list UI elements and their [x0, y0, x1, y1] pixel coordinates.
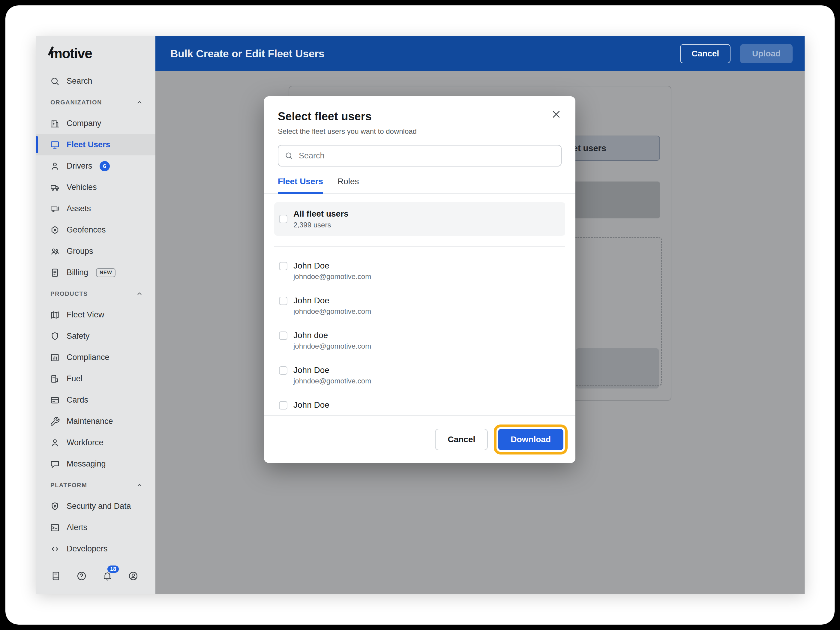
people-icon	[50, 246, 60, 256]
geofence-icon	[50, 225, 60, 235]
sidebar-item-alerts[interactable]: Alerts	[36, 517, 155, 538]
chevron-up-icon	[136, 290, 144, 298]
help-icon[interactable]	[76, 571, 87, 581]
sidebar-item-security-and-data[interactable]: Security and Data	[36, 496, 155, 517]
user-name: John Doe	[294, 365, 371, 376]
sidebar-item-messaging[interactable]: Messaging	[36, 453, 155, 475]
worker-icon	[50, 438, 60, 448]
all-fleet-users-row[interactable]: All fleet users 2,399 users	[274, 202, 565, 236]
close-icon[interactable]	[551, 109, 562, 120]
fleet-users-list: All fleet users 2,399 users John Doe joh…	[264, 194, 575, 415]
sidebar-item-compliance[interactable]: Compliance	[36, 347, 155, 368]
user-email: johndoe@gomotive.com	[294, 306, 371, 316]
sidebar-search-label: Search	[66, 76, 92, 86]
app-window: motive Search ORGANIZATION Company Fleet	[36, 36, 805, 594]
all-fleet-users-label: All fleet users	[294, 209, 349, 219]
user-name: John doe	[294, 330, 371, 341]
fleet-user-row[interactable]: John doe johndoe@gomotive.com	[274, 330, 565, 365]
sidebar-item-fleet-users[interactable]: Fleet Users	[36, 134, 155, 155]
account-icon[interactable]	[128, 571, 139, 581]
all-fleet-users-count: 2,399 users	[294, 221, 349, 229]
dialog-header: Select fleet users Select the fleet user…	[264, 96, 575, 136]
sidebar-search[interactable]: Search	[36, 71, 155, 92]
dialog-footer: Cancel Download	[264, 415, 575, 463]
sidebar-item-drivers[interactable]: Drivers 6	[36, 155, 155, 177]
bell-icon[interactable]: 18	[102, 571, 113, 581]
screen-canvas: motive Search ORGANIZATION Company Fleet	[5, 5, 835, 625]
user-name: John Doe	[294, 399, 329, 411]
monitor-icon	[50, 140, 60, 150]
sidebar-item-safety[interactable]: Safety	[36, 325, 155, 347]
checkbox[interactable]	[279, 332, 287, 340]
page-header: Bulk Create or Edit Fleet Users Cancel U…	[155, 36, 805, 71]
section-products-header[interactable]: PRODUCTS	[36, 283, 155, 304]
sidebar-footer: 18	[36, 560, 155, 594]
sidebar-item-assets[interactable]: Assets	[36, 198, 155, 219]
dialog-search-box[interactable]	[278, 145, 562, 166]
wrench-icon	[50, 417, 60, 426]
checkbox[interactable]	[279, 401, 287, 409]
dialog-subtitle: Select the fleet users you want to downl…	[278, 127, 562, 136]
drivers-count-badge: 6	[99, 161, 110, 171]
checkbox[interactable]	[279, 297, 287, 305]
user-email: johndoe@gomotive.com	[294, 341, 371, 351]
user-email: johndoe@gomotive.com	[294, 376, 371, 386]
user-name: John Doe	[294, 261, 371, 271]
list-divider	[274, 246, 565, 246]
fuel-pump-icon	[50, 374, 60, 384]
new-badge: NEW	[96, 268, 115, 277]
credit-card-icon	[50, 395, 60, 405]
user-name: John Doe	[294, 295, 371, 306]
dialog-title: Select fleet users	[278, 109, 562, 123]
download-button[interactable]: Download	[498, 429, 564, 450]
fleet-user-row[interactable]: John Doe johndoe@gomotive.com	[274, 365, 565, 399]
section-platform-header[interactable]: PLATFORM	[36, 475, 155, 496]
chevron-up-icon	[136, 98, 144, 106]
trailer-icon	[50, 204, 60, 214]
search-input[interactable]	[298, 151, 555, 161]
dialog-cancel-button[interactable]: Cancel	[435, 429, 488, 450]
checkbox[interactable]	[279, 215, 287, 223]
chat-icon	[50, 459, 60, 469]
fleet-user-row[interactable]: John Doe johndoe@gomotive.com	[274, 295, 565, 330]
security-shield-icon	[50, 501, 60, 512]
checkbox[interactable]	[279, 262, 287, 270]
focus-ring: Download	[494, 425, 568, 455]
checkbox[interactable]	[279, 366, 287, 375]
user-email: johndoe@gomotive.com	[294, 272, 371, 281]
truck-icon	[50, 182, 60, 193]
chevron-up-icon	[136, 481, 144, 489]
sidebar-item-cards[interactable]: Cards	[36, 389, 155, 411]
fleet-user-row[interactable]: John Doe johndoe@gomotive.com	[274, 261, 565, 295]
sidebar: motive Search ORGANIZATION Company Fleet	[36, 36, 155, 594]
search-icon	[50, 76, 60, 87]
logbook-icon[interactable]	[51, 571, 61, 581]
sidebar-item-developers[interactable]: Developers	[36, 538, 155, 559]
sidebar-nav: Search ORGANIZATION Company Fleet Users	[36, 71, 155, 560]
console-icon	[50, 523, 60, 533]
sidebar-item-fleet-view[interactable]: Fleet View	[36, 304, 155, 325]
sidebar-item-groups[interactable]: Groups	[36, 241, 155, 262]
sidebar-item-geofences[interactable]: Geofences	[36, 219, 155, 241]
billing-icon	[50, 268, 60, 278]
select-fleet-users-dialog: Select fleet users Select the fleet user…	[264, 96, 575, 463]
sidebar-item-billing[interactable]: Billing NEW	[36, 262, 155, 283]
sidebar-item-workforce[interactable]: Workforce	[36, 432, 155, 453]
search-icon	[284, 151, 294, 160]
page-title: Bulk Create or Edit Fleet Users	[171, 48, 680, 60]
fleet-user-row-partial[interactable]: John Doe	[274, 399, 565, 415]
dialog-tabs: Fleet Users Roles	[264, 177, 575, 194]
tab-fleet-users[interactable]: Fleet Users	[278, 177, 323, 194]
tab-roles[interactable]: Roles	[338, 177, 359, 194]
sidebar-item-company[interactable]: Company	[36, 113, 155, 134]
person-icon	[50, 161, 60, 171]
header-upload-button[interactable]: Upload	[740, 44, 793, 63]
header-cancel-button[interactable]: Cancel	[680, 44, 731, 63]
section-organization-header[interactable]: ORGANIZATION	[36, 92, 155, 113]
notification-count-badge: 18	[107, 565, 119, 573]
motive-logo[interactable]: motive	[50, 45, 92, 62]
sidebar-item-vehicles[interactable]: Vehicles	[36, 177, 155, 198]
code-icon	[50, 544, 60, 554]
sidebar-item-fuel[interactable]: Fuel	[36, 368, 155, 389]
sidebar-item-maintenance[interactable]: Maintenance	[36, 411, 155, 432]
